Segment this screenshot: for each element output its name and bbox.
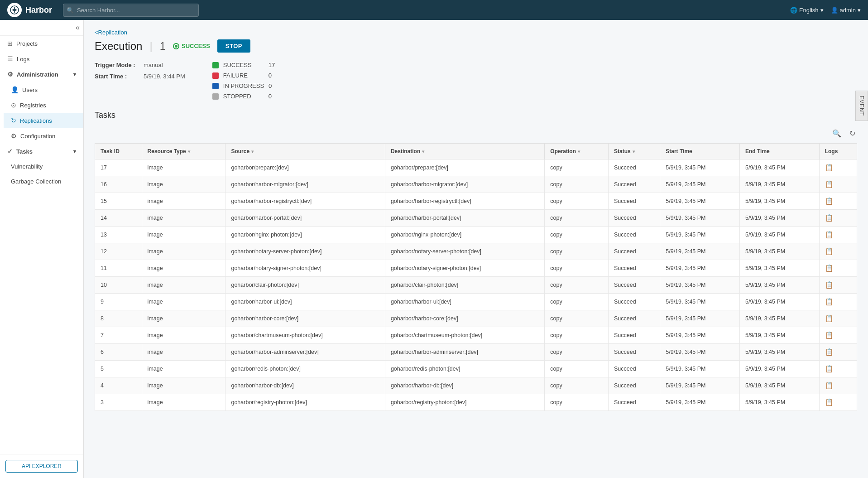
cell-source: goharbor/harbor-db:[dev] [225, 377, 385, 394]
sidebar-bottom: API EXPLORER [0, 454, 83, 478]
stat-row-in_progress: IN PROGRESS 0 [212, 82, 275, 89]
log-icon[interactable]: 📋 [825, 365, 834, 372]
search-input[interactable] [63, 4, 199, 17]
sidebar-group-admin-label: Administration [17, 71, 58, 78]
cell-logs: 📋 [819, 377, 857, 394]
language-selector[interactable]: 🌐 English ▾ [790, 7, 824, 14]
cell-source: goharbor/chartmuseum-photon:[dev] [225, 327, 385, 344]
log-icon[interactable]: 📋 [825, 197, 834, 205]
execution-divider: | [149, 40, 152, 53]
log-icon[interactable]: 📋 [825, 264, 834, 272]
sidebar-group-tasks: ✓ Tasks ▾ Vulnerability Garbage Collecti… [0, 144, 83, 189]
cell-id: 17 [95, 159, 142, 176]
col-operation[interactable]: Operation▾ [545, 144, 609, 159]
breadcrumb[interactable]: <Replication [95, 29, 857, 36]
tasks-icon: ✓ [7, 148, 13, 155]
cell-destination: goharbor/harbor-migrator:[dev] [385, 176, 544, 193]
topbar: Harbor 🔍 🌐 English ▾ 👤 admin ▾ [0, 0, 868, 20]
log-icon[interactable]: 📋 [825, 281, 834, 289]
start-time-value: 5/9/19, 3:44 PM [144, 73, 185, 80]
col-resource_type[interactable]: Resource Type▾ [142, 144, 225, 159]
cell-logs: 📋 [819, 394, 857, 411]
projects-icon: ⊞ [7, 40, 13, 47]
sidebar-label-vulnerability: Vulnerability [11, 163, 43, 170]
cell-start_time: 5/9/19, 3:45 PM [660, 243, 740, 260]
trigger-label: Trigger Mode : [95, 62, 140, 68]
col-status[interactable]: Status▾ [609, 144, 660, 159]
cell-operation: copy [545, 310, 609, 327]
log-icon[interactable]: 📋 [825, 381, 834, 389]
cell-start_time: 5/9/19, 3:45 PM [660, 327, 740, 344]
cell-resource_type: image [142, 159, 225, 176]
cell-destination: goharbor/harbor-core:[dev] [385, 310, 544, 327]
table-toolbar: 🔍 ↻ [95, 127, 857, 140]
sidebar-group-tasks-header[interactable]: ✓ Tasks ▾ [0, 144, 83, 159]
cell-logs: 📋 [819, 193, 857, 210]
sidebar-label-gc: Garbage Collection [11, 178, 61, 185]
logo: Harbor [7, 3, 52, 17]
sidebar-item-configuration[interactable]: ⚙ Configuration [4, 128, 83, 144]
cell-operation: copy [545, 193, 609, 210]
cell-start_time: 5/9/19, 3:45 PM [660, 344, 740, 361]
refresh-table-button[interactable]: ↻ [848, 127, 857, 140]
sidebar-label-registries: Registries [20, 102, 46, 109]
cell-resource_type: image [142, 277, 225, 294]
sidebar-item-replications[interactable]: ↻ Replications [4, 113, 83, 128]
sidebar-label-logs: Logs [17, 56, 29, 63]
stat-label: IN PROGRESS [223, 82, 264, 89]
cell-start_time: 5/9/19, 3:45 PM [660, 377, 740, 394]
cell-destination: goharbor/clair-photon:[dev] [385, 277, 544, 294]
log-icon[interactable]: 📋 [825, 214, 834, 222]
cell-id: 7 [95, 327, 142, 344]
api-explorer-button[interactable]: API EXPLORER [5, 460, 78, 473]
logo-text: Harbor [25, 5, 52, 15]
cell-destination: goharbor/chartmuseum-photon:[dev] [385, 327, 544, 344]
cell-start_time: 5/9/19, 3:45 PM [660, 394, 740, 411]
sidebar-item-users[interactable]: 👤 Users [4, 82, 83, 97]
sidebar-collapse-button[interactable]: « [76, 24, 80, 32]
cell-logs: 📋 [819, 361, 857, 377]
cell-end_time: 5/9/19, 3:45 PM [739, 193, 819, 210]
event-tab[interactable]: EVENT [855, 91, 868, 121]
log-icon[interactable]: 📋 [825, 314, 834, 322]
sidebar-label-users: Users [22, 87, 38, 93]
stop-button[interactable]: STOP [217, 39, 250, 53]
col-destination[interactable]: Destination▾ [385, 144, 544, 159]
col-source[interactable]: Source▾ [225, 144, 385, 159]
sidebar-item-logs[interactable]: ☰ Logs [0, 51, 83, 67]
cell-destination: goharbor/harbor-registryctl:[dev] [385, 193, 544, 210]
sidebar-item-garbage-collection[interactable]: Garbage Collection [4, 174, 83, 189]
cell-destination: goharbor/notary-signer-photon:[dev] [385, 260, 544, 277]
cell-status: Succeed [609, 176, 660, 193]
registries-icon: ⊙ [11, 101, 16, 109]
sidebar-item-vulnerability[interactable]: Vulnerability [4, 159, 83, 174]
cell-status: Succeed [609, 344, 660, 361]
cell-end_time: 5/9/19, 3:45 PM [739, 243, 819, 260]
log-icon[interactable]: 📋 [825, 331, 834, 339]
cell-logs: 📋 [819, 227, 857, 243]
cell-source: goharbor/clair-photon:[dev] [225, 277, 385, 294]
sidebar-group-admin-header[interactable]: ⚙ Administration ▾ [0, 67, 83, 82]
table-row: 12imagegoharbor/notary-server-photon:[de… [95, 243, 857, 260]
log-icon[interactable]: 📋 [825, 231, 834, 238]
cell-status: Succeed [609, 277, 660, 294]
table-row: 9imagegoharbor/harbor-ui:[dev]goharbor/h… [95, 294, 857, 310]
log-icon[interactable]: 📋 [825, 247, 834, 255]
topbar-right: 🌐 English ▾ 👤 admin ▾ [790, 7, 861, 14]
cell-operation: copy [545, 260, 609, 277]
log-icon[interactable]: 📋 [825, 398, 834, 406]
sidebar-item-projects[interactable]: ⊞ Projects [0, 36, 83, 51]
status-dot [173, 43, 179, 49]
search-table-button[interactable]: 🔍 [830, 127, 843, 140]
sidebar-item-registries[interactable]: ⊙ Registries [4, 97, 83, 113]
cell-logs: 📋 [819, 260, 857, 277]
log-icon[interactable]: 📋 [825, 164, 834, 171]
log-icon[interactable]: 📋 [825, 298, 834, 305]
cell-source: goharbor/notary-signer-photon:[dev] [225, 260, 385, 277]
cell-end_time: 5/9/19, 3:45 PM [739, 327, 819, 344]
cell-end_time: 5/9/19, 3:45 PM [739, 294, 819, 310]
user-menu[interactable]: 👤 admin ▾ [831, 7, 861, 14]
log-icon[interactable]: 📋 [825, 180, 834, 188]
stat-label: SUCCESS [223, 62, 264, 68]
log-icon[interactable]: 📋 [825, 348, 834, 356]
